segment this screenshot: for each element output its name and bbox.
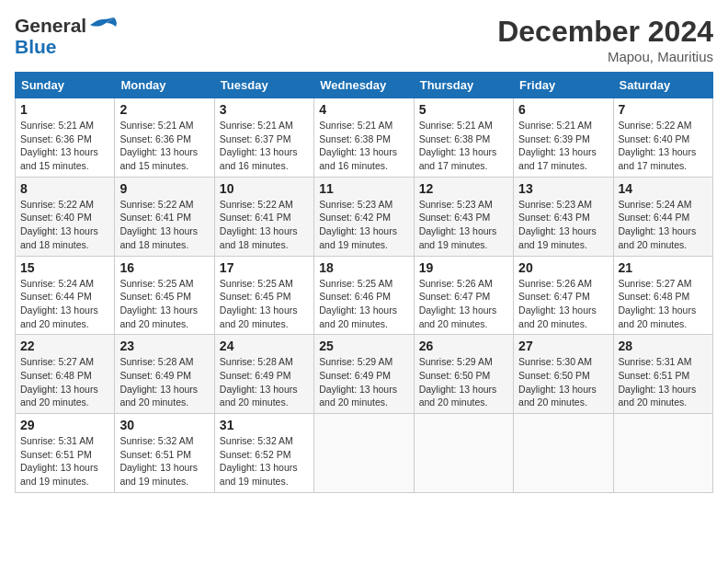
day-number: 10 bbox=[220, 181, 309, 196]
day-number: 23 bbox=[119, 339, 209, 353]
calendar-cell bbox=[314, 414, 414, 493]
day-number: 21 bbox=[619, 260, 708, 275]
day-number: 19 bbox=[419, 260, 508, 275]
day-number: 9 bbox=[119, 181, 209, 196]
calendar-cell: 31Sunrise: 5:32 AMSunset: 6:52 PMDayligh… bbox=[214, 414, 313, 493]
cell-details: Sunrise: 5:32 AMSunset: 6:52 PMDaylight:… bbox=[220, 434, 309, 488]
calendar-cell: 2Sunrise: 5:21 AMSunset: 6:36 PMDaylight… bbox=[115, 98, 214, 178]
calendar-cell: 23Sunrise: 5:28 AMSunset: 6:49 PMDayligh… bbox=[115, 335, 214, 414]
day-number: 14 bbox=[619, 181, 708, 196]
calendar-cell: 20Sunrise: 5:26 AMSunset: 6:47 PMDayligh… bbox=[514, 256, 613, 335]
cell-details: Sunrise: 5:22 AMSunset: 6:40 PMDaylight:… bbox=[619, 119, 708, 173]
cell-details: Sunrise: 5:22 AMSunset: 6:40 PMDaylight:… bbox=[20, 198, 109, 252]
cell-details: Sunrise: 5:29 AMSunset: 6:49 PMDaylight:… bbox=[319, 355, 408, 409]
day-number: 2 bbox=[119, 102, 209, 117]
calendar-cell: 4Sunrise: 5:21 AMSunset: 6:38 PMDaylight… bbox=[314, 98, 414, 178]
calendar-cell: 7Sunrise: 5:22 AMSunset: 6:40 PMDaylight… bbox=[613, 98, 712, 178]
day-number: 5 bbox=[419, 102, 508, 117]
cell-details: Sunrise: 5:21 AMSunset: 6:36 PMDaylight:… bbox=[20, 119, 109, 173]
day-number: 29 bbox=[20, 418, 109, 432]
day-number: 11 bbox=[319, 181, 408, 196]
cell-details: Sunrise: 5:24 AMSunset: 6:44 PMDaylight:… bbox=[619, 198, 708, 252]
cell-details: Sunrise: 5:21 AMSunset: 6:38 PMDaylight:… bbox=[419, 119, 508, 173]
day-number: 15 bbox=[20, 260, 109, 275]
day-number: 1 bbox=[20, 102, 109, 117]
calendar-cell bbox=[613, 414, 712, 493]
calendar-cell: 13Sunrise: 5:23 AMSunset: 6:43 PMDayligh… bbox=[514, 177, 613, 256]
calendar-cell: 15Sunrise: 5:24 AMSunset: 6:44 PMDayligh… bbox=[16, 256, 115, 335]
day-number: 4 bbox=[319, 102, 408, 117]
day-number: 18 bbox=[319, 260, 408, 275]
title-area: December 2024 Mapou, Mauritius bbox=[497, 15, 713, 64]
cell-details: Sunrise: 5:23 AMSunset: 6:43 PMDaylight:… bbox=[518, 198, 608, 252]
cell-details: Sunrise: 5:23 AMSunset: 6:42 PMDaylight:… bbox=[319, 198, 408, 252]
cell-details: Sunrise: 5:26 AMSunset: 6:47 PMDaylight:… bbox=[518, 277, 608, 331]
logo: General Blue bbox=[15, 15, 118, 57]
cell-details: Sunrise: 5:31 AMSunset: 6:51 PMDaylight:… bbox=[619, 355, 708, 409]
calendar-cell: 6Sunrise: 5:21 AMSunset: 6:39 PMDaylight… bbox=[514, 98, 613, 178]
cell-details: Sunrise: 5:21 AMSunset: 6:39 PMDaylight:… bbox=[518, 119, 608, 173]
cell-details: Sunrise: 5:32 AMSunset: 6:51 PMDaylight:… bbox=[119, 434, 209, 488]
cell-details: Sunrise: 5:31 AMSunset: 6:51 PMDaylight:… bbox=[20, 434, 109, 488]
calendar-cell: 22Sunrise: 5:27 AMSunset: 6:48 PMDayligh… bbox=[16, 335, 115, 414]
cell-details: Sunrise: 5:28 AMSunset: 6:49 PMDaylight:… bbox=[119, 355, 209, 409]
cell-details: Sunrise: 5:27 AMSunset: 6:48 PMDaylight:… bbox=[20, 355, 109, 409]
day-number: 20 bbox=[518, 260, 608, 275]
weekday-header-tuesday: Tuesday bbox=[214, 73, 313, 98]
calendar-cell: 21Sunrise: 5:27 AMSunset: 6:48 PMDayligh… bbox=[613, 256, 712, 335]
day-number: 17 bbox=[220, 260, 309, 275]
logo-text: General Blue bbox=[15, 15, 118, 57]
cell-details: Sunrise: 5:29 AMSunset: 6:50 PMDaylight:… bbox=[419, 355, 508, 409]
month-title: December 2024 bbox=[497, 15, 713, 49]
day-number: 8 bbox=[20, 181, 109, 196]
page-header: General Blue December 2024 Mapou, Maurit… bbox=[15, 15, 713, 64]
calendar-cell bbox=[514, 414, 613, 493]
calendar-cell: 16Sunrise: 5:25 AMSunset: 6:45 PMDayligh… bbox=[115, 256, 214, 335]
calendar-table: SundayMondayTuesdayWednesdayThursdayFrid… bbox=[15, 72, 713, 493]
calendar-cell: 30Sunrise: 5:32 AMSunset: 6:51 PMDayligh… bbox=[115, 414, 214, 493]
cell-details: Sunrise: 5:23 AMSunset: 6:43 PMDaylight:… bbox=[419, 198, 508, 252]
calendar-cell: 26Sunrise: 5:29 AMSunset: 6:50 PMDayligh… bbox=[414, 335, 513, 414]
calendar-cell bbox=[414, 414, 513, 493]
day-number: 24 bbox=[220, 339, 309, 353]
day-number: 3 bbox=[220, 102, 309, 117]
day-number: 27 bbox=[518, 339, 608, 353]
calendar-cell: 5Sunrise: 5:21 AMSunset: 6:38 PMDaylight… bbox=[414, 98, 513, 178]
day-number: 22 bbox=[20, 339, 109, 353]
day-number: 12 bbox=[419, 181, 508, 196]
logo-blue: Blue bbox=[15, 36, 118, 57]
calendar-cell: 18Sunrise: 5:25 AMSunset: 6:46 PMDayligh… bbox=[314, 256, 414, 335]
weekday-header-sunday: Sunday bbox=[16, 73, 115, 98]
calendar-cell: 9Sunrise: 5:22 AMSunset: 6:41 PMDaylight… bbox=[115, 177, 214, 256]
calendar-cell: 14Sunrise: 5:24 AMSunset: 6:44 PMDayligh… bbox=[613, 177, 712, 256]
day-number: 13 bbox=[518, 181, 608, 196]
cell-details: Sunrise: 5:30 AMSunset: 6:50 PMDaylight:… bbox=[518, 355, 608, 409]
cell-details: Sunrise: 5:25 AMSunset: 6:46 PMDaylight:… bbox=[319, 277, 408, 331]
weekday-header-monday: Monday bbox=[115, 73, 214, 98]
calendar-cell: 28Sunrise: 5:31 AMSunset: 6:51 PMDayligh… bbox=[613, 335, 712, 414]
calendar-cell: 1Sunrise: 5:21 AMSunset: 6:36 PMDaylight… bbox=[16, 98, 115, 178]
weekday-header-saturday: Saturday bbox=[613, 73, 712, 98]
logo-general: General bbox=[15, 15, 86, 36]
calendar-cell: 24Sunrise: 5:28 AMSunset: 6:49 PMDayligh… bbox=[214, 335, 313, 414]
calendar-cell: 27Sunrise: 5:30 AMSunset: 6:50 PMDayligh… bbox=[514, 335, 613, 414]
weekday-header-thursday: Thursday bbox=[414, 73, 513, 98]
cell-details: Sunrise: 5:21 AMSunset: 6:37 PMDaylight:… bbox=[220, 119, 309, 173]
cell-details: Sunrise: 5:22 AMSunset: 6:41 PMDaylight:… bbox=[119, 198, 209, 252]
day-number: 6 bbox=[518, 102, 608, 117]
cell-details: Sunrise: 5:21 AMSunset: 6:36 PMDaylight:… bbox=[119, 119, 209, 173]
calendar-cell: 8Sunrise: 5:22 AMSunset: 6:40 PMDaylight… bbox=[16, 177, 115, 256]
cell-details: Sunrise: 5:24 AMSunset: 6:44 PMDaylight:… bbox=[20, 277, 109, 331]
calendar-cell: 11Sunrise: 5:23 AMSunset: 6:42 PMDayligh… bbox=[314, 177, 414, 256]
logo-bird-icon bbox=[88, 16, 118, 36]
day-number: 26 bbox=[419, 339, 508, 353]
cell-details: Sunrise: 5:26 AMSunset: 6:47 PMDaylight:… bbox=[419, 277, 508, 331]
cell-details: Sunrise: 5:27 AMSunset: 6:48 PMDaylight:… bbox=[619, 277, 708, 331]
day-number: 16 bbox=[119, 260, 209, 275]
day-number: 28 bbox=[619, 339, 708, 353]
calendar-cell: 12Sunrise: 5:23 AMSunset: 6:43 PMDayligh… bbox=[414, 177, 513, 256]
day-number: 30 bbox=[119, 418, 209, 432]
calendar-cell: 10Sunrise: 5:22 AMSunset: 6:41 PMDayligh… bbox=[214, 177, 313, 256]
day-number: 7 bbox=[619, 102, 708, 117]
weekday-header-friday: Friday bbox=[514, 73, 613, 98]
